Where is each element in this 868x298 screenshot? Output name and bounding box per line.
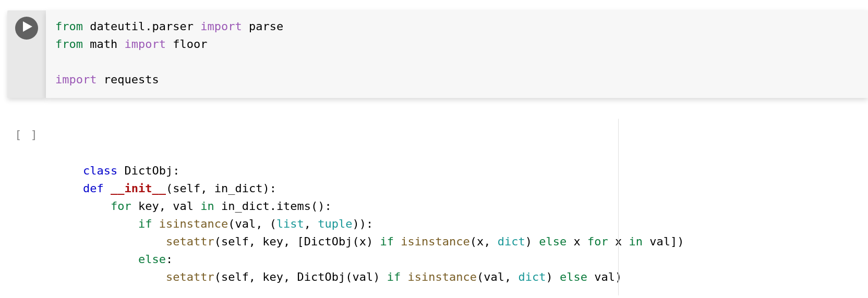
code-token: dateutil [83, 20, 145, 33]
code-token: (x, [470, 235, 498, 248]
code-token: if [387, 270, 401, 283]
code-token: , [304, 217, 318, 230]
code-token: self, key, [DictObj(x) [221, 235, 380, 248]
code-token [394, 235, 401, 248]
code-token: isinstance [159, 217, 228, 230]
code-token: in_dict.items(): [214, 200, 332, 213]
code-editor[interactable]: class DictObj: def __init__(self, in_dic… [46, 119, 868, 295]
cell-gutter [7, 10, 46, 98]
code-cell[interactable]: [ ] class DictObj: def __init__(self, in… [7, 119, 868, 295]
code-token: . [145, 20, 152, 33]
code-token: requests [97, 73, 159, 86]
code-token: dict [518, 270, 546, 283]
code-token: from [55, 38, 83, 51]
code-token [55, 235, 166, 248]
code-token: self, in_dict): [173, 182, 276, 195]
code-token: else [138, 253, 166, 266]
code-token: setattr [166, 270, 214, 283]
code-token: if [138, 217, 152, 230]
run-button[interactable] [15, 17, 38, 40]
code-token: ) [525, 235, 539, 248]
code-token: for [111, 200, 131, 213]
code-token: import [200, 20, 242, 33]
code-token: class [83, 164, 117, 177]
cell-gutter: [ ] [7, 119, 46, 144]
code-token: val) [587, 270, 622, 283]
code-token [55, 270, 166, 283]
code-token: in [200, 200, 214, 213]
code-token: ( [214, 235, 221, 248]
code-token: list [276, 217, 304, 230]
ruler-line [618, 119, 619, 295]
code-token [152, 217, 159, 230]
exec-count: [ ] [15, 125, 39, 144]
code-cell[interactable]: from dateutil.parser import parse from m… [7, 10, 868, 98]
code-token: in [629, 235, 643, 248]
code-token: else [560, 270, 587, 283]
code-token: isinstance [408, 270, 477, 283]
code-token: isinstance [401, 235, 469, 248]
code-token: parser [152, 20, 200, 33]
notebook: from dateutil.parser import parse from m… [0, 0, 868, 298]
code-token: (val, ( [228, 217, 276, 230]
code-token: for [587, 235, 608, 248]
code-token: x [566, 235, 587, 248]
code-token: from [55, 20, 83, 33]
code-token: def [83, 182, 104, 195]
code-token: setattr [166, 235, 214, 248]
code-token: ( [166, 182, 173, 195]
code-token: floor [166, 38, 207, 51]
code-token: parse [242, 20, 283, 33]
code-token: DictObj: [117, 164, 179, 177]
code-token [55, 217, 138, 230]
code-token: ) [546, 270, 560, 283]
code-token: val]) [643, 235, 684, 248]
code-token: if [380, 235, 394, 248]
code-token [55, 253, 138, 266]
code-token [104, 182, 111, 195]
code-token: : [166, 253, 173, 266]
code-token: __init__ [111, 182, 166, 195]
code-token: self, key, DictObj(val) [221, 270, 387, 283]
code-token [401, 270, 407, 283]
play-icon [21, 19, 32, 37]
code-token: math [83, 38, 124, 51]
code-token: tuple [318, 217, 352, 230]
code-token: import [124, 38, 165, 51]
code-token: )): [353, 217, 373, 230]
code-token: import [55, 73, 97, 86]
code-token: key, val [131, 200, 200, 213]
code-token: (val, [477, 270, 518, 283]
code-token: ( [214, 270, 221, 283]
code-token: dict [498, 235, 525, 248]
code-token [55, 182, 83, 195]
code-token [55, 200, 111, 213]
code-token: else [539, 235, 566, 248]
code-editor[interactable]: from dateutil.parser import parse from m… [46, 10, 868, 98]
